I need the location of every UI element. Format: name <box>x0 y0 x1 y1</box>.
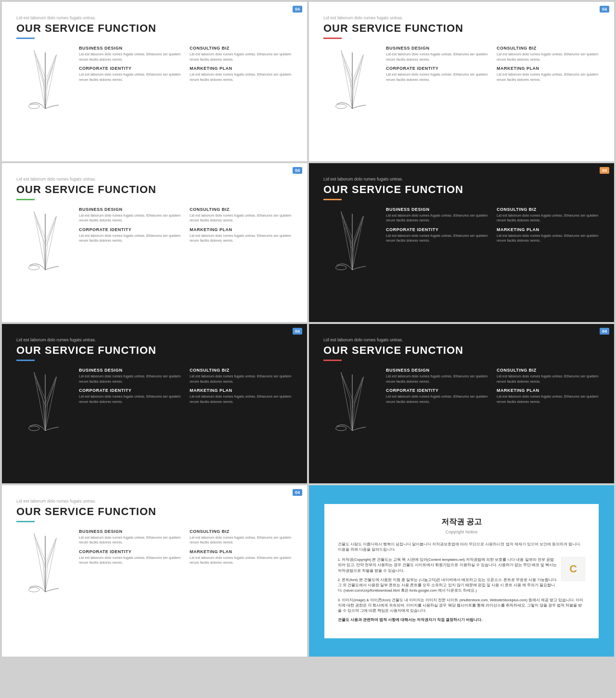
svg-line-25 <box>352 222 361 247</box>
svg-line-6 <box>37 60 45 84</box>
service-item-s7-2: CORPORATE IDENTITY Lid est laborum dolo … <box>79 549 182 566</box>
service-desc-s2-2: Lid est laborum dolo rumes fugats untras… <box>386 72 489 82</box>
slide-content-7: BUSINESS DESIGN Lid est laborum dolo rum… <box>16 529 293 596</box>
svg-line-2 <box>45 56 55 82</box>
slide-subtitle-7: Lid est laborum dolo rumes fugats untras… <box>16 499 293 504</box>
svg-point-23 <box>335 265 346 270</box>
svg-line-38 <box>352 378 362 404</box>
service-desc-s3-1: Lid est laborum dolo rumes fugats untras… <box>190 213 293 223</box>
svg-line-24 <box>352 217 362 243</box>
title-underline-7 <box>16 521 35 522</box>
service-item-s6-3: MARKETING PLAN Lid est laborum dolo rume… <box>497 388 600 404</box>
slide-subtitle-3: Lid est laborum dolo rumes fugats untras… <box>16 177 293 181</box>
svg-line-15 <box>345 66 352 89</box>
service-desc-s4-3: Lid est laborum dolo rumes fugats untras… <box>497 233 600 244</box>
copyright-section-text-0: 1. 저작권(Copyright) 본 건물도는 교육 목 시판에 있어(Con… <box>338 557 586 573</box>
title-underline-4 <box>323 199 342 200</box>
windsurfer-image-2 <box>323 46 381 113</box>
service-name-s3-3: MARKETING PLAN <box>190 227 293 232</box>
service-name-s4-3: MARKETING PLAN <box>497 227 600 232</box>
services-grid-6: BUSINESS DESIGN Lid est laborum dolo rum… <box>386 368 600 404</box>
service-desc-s3-3: Lid est laborum dolo rumes fugats untras… <box>190 233 293 244</box>
service-name-s3-2: CORPORATE IDENTITY <box>79 227 182 232</box>
service-item-s5-0: BUSINESS DESIGN Lid est laborum dolo rum… <box>79 368 182 384</box>
service-name-s6-2: CORPORATE IDENTITY <box>386 388 489 393</box>
service-name-s5-1: CONSULTING BIZ <box>190 368 293 373</box>
windsurfer-image-7 <box>16 529 74 596</box>
service-desc-s4-1: Lid est laborum dolo rumes fugats untras… <box>497 213 600 223</box>
copyright-section-2: 3. 이미지(image) & 아이콘(Icon) 건물도 내 이미지는 이미지… <box>338 597 586 614</box>
svg-point-9 <box>335 104 346 108</box>
slide-content-2: BUSINESS DESIGN Lid est laborum dolo rum… <box>323 46 600 113</box>
service-desc-s7-0: Lid est laborum dolo rumes fugats untras… <box>79 535 182 545</box>
service-item-s2-0: BUSINESS DESIGN Lid est laborum dolo rum… <box>386 46 489 62</box>
svg-line-19 <box>45 222 54 247</box>
service-desc-s3-2: Lid est laborum dolo rumes fugats untras… <box>79 233 182 244</box>
service-item-s2-3: MARKETING PLAN Lid est laborum dolo rume… <box>497 66 600 82</box>
service-item-s7-3: MARKETING PLAN Lid est laborum dolo rume… <box>190 549 293 566</box>
svg-line-21 <box>37 221 45 245</box>
service-item-s2-1: CONSULTING BIZ Lid est laborum dolo rume… <box>497 46 600 62</box>
windsurfer-image-6 <box>323 368 381 435</box>
slide-7: 04 Lid est laborum dolo rumes fugats unt… <box>2 485 307 657</box>
copyright-section-text-1: 2. 폰트(font) 본 건물도에 사용된 지원 중 일부는 (나눔고딕)은 … <box>338 577 586 594</box>
service-name-s7-3: MARKETING PLAN <box>190 549 293 554</box>
service-item-s2-2: CORPORATE IDENTITY Lid est laborum dolo … <box>386 66 489 82</box>
service-item-s4-2: CORPORATE IDENTITY Lid est laborum dolo … <box>386 227 489 244</box>
slide-content-4: BUSINESS DESIGN Lid est laborum dolo rum… <box>323 207 600 274</box>
services-grid-3: BUSINESS DESIGN Lid est laborum dolo rum… <box>79 207 293 244</box>
copyright-section-0: 1. 저작권(Copyright) 본 건물도는 교육 목 시판에 있어(Con… <box>338 557 586 573</box>
slide-number-6: 04 <box>600 328 609 335</box>
slide-subtitle-4: Lid est laborum dolo rumes fugats untras… <box>323 177 600 181</box>
service-item-s3-1: CONSULTING BIZ Lid est laborum dolo rume… <box>190 207 293 223</box>
svg-line-46 <box>37 543 45 567</box>
service-desc-s6-3: Lid est laborum dolo rumes fugats untras… <box>497 394 600 404</box>
title-underline-2 <box>323 38 342 39</box>
svg-line-10 <box>352 56 362 82</box>
service-desc-s2-3: Lid est laborum dolo rumes fugats untras… <box>497 72 600 82</box>
windsurfer-image-1 <box>16 46 74 113</box>
service-item-s3-3: MARKETING PLAN Lid est laborum dolo rume… <box>190 227 293 244</box>
copyright-inner: 저작권 공고 Copyright Notice 건물도 사람도 아름다워서 행복… <box>324 504 599 638</box>
service-desc-s4-2: Lid est laborum dolo rumes fugats untras… <box>386 233 489 244</box>
service-item-s7-0: BUSINESS DESIGN Lid est laborum dolo rum… <box>79 529 182 545</box>
service-desc-s4-0: Lid est laborum dolo rumes fugats untras… <box>386 213 489 223</box>
service-name-s3-0: BUSINESS DESIGN <box>79 207 182 212</box>
slide-5: 04 Lid est laborum dolo rumes fugats unt… <box>2 324 307 483</box>
service-name-s5-2: CORPORATE IDENTITY <box>79 388 182 393</box>
service-desc-s7-1: Lid est laborum dolo rumes fugats untras… <box>190 535 293 545</box>
service-item-s4-0: BUSINESS DESIGN Lid est laborum dolo rum… <box>386 207 489 223</box>
copyright-slide: 저작권 공고 Copyright Notice 건물도 사람도 아름다워서 행복… <box>309 485 614 657</box>
service-desc-0: Lid est laborum dolo rumes fugats untras… <box>79 52 182 62</box>
svg-line-28 <box>344 221 352 245</box>
svg-point-1 <box>28 104 39 108</box>
svg-point-37 <box>335 427 346 431</box>
copyright-section-text-3: 건물도 사용과 관련하여 법적 사항에 대해서는 저작권자가 직접 결정하시기 … <box>338 617 586 622</box>
service-desc-s6-2: Lid est laborum dolo rumes fugats untras… <box>386 394 489 404</box>
service-name-s2-1: CONSULTING BIZ <box>497 46 600 51</box>
service-item-s5-2: CORPORATE IDENTITY Lid est laborum dolo … <box>79 388 182 404</box>
title-underline-1 <box>16 38 35 39</box>
service-item-s3-2: CORPORATE IDENTITY Lid est laborum dolo … <box>79 227 182 244</box>
service-name-s5-3: MARKETING PLAN <box>190 388 293 393</box>
service-desc-s7-2: Lid est laborum dolo rumes fugats untras… <box>79 556 182 566</box>
title-underline-5 <box>16 360 35 361</box>
service-desc-s2-1: Lid est laborum dolo rumes fugats untras… <box>497 52 600 62</box>
service-item-s6-2: CORPORATE IDENTITY Lid est laborum dolo … <box>386 388 489 404</box>
copyright-section-text-2: 3. 이미지(image) & 아이콘(Icon) 건물도 내 이미지는 이미지… <box>338 597 586 614</box>
service-name-s3-1: CONSULTING BIZ <box>190 207 293 212</box>
service-item-s5-1: CONSULTING BIZ Lid est laborum dolo rume… <box>190 368 293 384</box>
service-name-s6-0: BUSINESS DESIGN <box>386 368 489 373</box>
slide-subtitle-6: Lid est laborum dolo rumes fugats untras… <box>323 337 600 342</box>
slide-2: 04 Lid est laborum dolo rumes fugats unt… <box>309 2 614 161</box>
copyright-section-3: 건물도 사용과 관련하여 법적 사항에 대해서는 저작권자가 직접 결정하시기 … <box>338 617 586 622</box>
windsurfer-image-3 <box>16 207 74 274</box>
svg-line-3 <box>45 62 54 86</box>
service-name-s5-0: BUSINESS DESIGN <box>79 368 182 373</box>
svg-line-39 <box>352 384 361 408</box>
service-name-s6-1: CONSULTING BIZ <box>497 368 600 373</box>
slide-title-4: OUR SERVICE FUNCTION <box>323 183 600 196</box>
svg-line-7 <box>38 66 45 89</box>
slide-subtitle-1: Lid est laborum dolo rumes fugats untras… <box>16 15 293 20</box>
svg-line-33 <box>45 384 54 408</box>
